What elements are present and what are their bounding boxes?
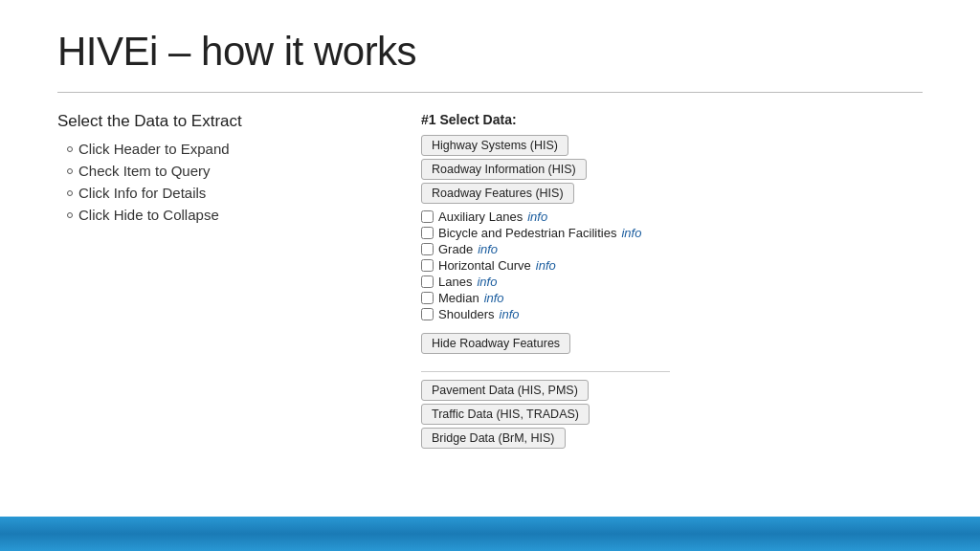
list-item-collapse: Click Hide to Collapse bbox=[67, 207, 383, 223]
median-checkbox[interactable] bbox=[421, 292, 434, 304]
bullet-icon-2 bbox=[67, 168, 73, 174]
roadway-information-button[interactable]: Roadway Information (HIS) bbox=[421, 159, 587, 180]
median-label: Median bbox=[438, 291, 479, 305]
grade-label: Grade bbox=[438, 242, 473, 256]
bicycle-pedestrian-label: Bicycle and Pedestrian Facilities bbox=[438, 226, 616, 240]
two-column-layout: Select the Data to Extract Click Header … bbox=[57, 112, 923, 449]
traffic-data-button[interactable]: Traffic Data (HIS, TRADAS) bbox=[421, 404, 590, 425]
shoulders-info-link[interactable]: info bbox=[500, 307, 520, 321]
horizontal-curve-label: Horizontal Curve bbox=[438, 258, 531, 273]
grade-info-link[interactable]: info bbox=[478, 242, 498, 256]
shoulders-label: Shoulders bbox=[438, 307, 495, 321]
checkbox-bicycle-pedestrian: Bicycle and Pedestrian Facilities info bbox=[421, 226, 923, 240]
roadway-features-button[interactable]: Roadway Features (HIS) bbox=[421, 183, 574, 204]
lanes-checkbox[interactable] bbox=[421, 276, 434, 288]
checkbox-horizontal-curve: Horizontal Curve info bbox=[421, 258, 923, 273]
checkbox-shoulders: Shoulders info bbox=[421, 307, 923, 321]
checkbox-lanes: Lanes info bbox=[421, 275, 923, 289]
median-info-link[interactable]: info bbox=[484, 291, 504, 305]
checkbox-grade: Grade info bbox=[421, 242, 923, 256]
right-column: #1 Select Data: Highway Systems (HIS) Ro… bbox=[421, 112, 923, 449]
top-button-group: Highway Systems (HIS) Roadway Informatio… bbox=[421, 135, 923, 204]
section-divider bbox=[421, 371, 670, 372]
list-item-info: Click Info for Details bbox=[67, 185, 383, 201]
checkbox-auxiliary-lanes: Auxiliary Lanes info bbox=[421, 209, 923, 224]
horizontal-curve-info-link[interactable]: info bbox=[536, 258, 556, 273]
shoulders-checkbox[interactable] bbox=[421, 308, 434, 320]
horizontal-curve-checkbox[interactable] bbox=[421, 259, 434, 272]
section-header: #1 Select Data: bbox=[421, 112, 923, 127]
bridge-data-button[interactable]: Bridge Data (BrM, HIS) bbox=[421, 428, 566, 449]
bicycle-pedestrian-checkbox[interactable] bbox=[421, 227, 434, 239]
bullet-icon-4 bbox=[67, 212, 73, 218]
checkbox-median: Median info bbox=[421, 291, 923, 305]
checkbox-list: Auxiliary Lanes info Bicycle and Pedestr… bbox=[421, 209, 923, 321]
lanes-info-link[interactable]: info bbox=[477, 275, 497, 289]
footer-bar bbox=[0, 517, 980, 551]
pavement-data-button[interactable]: Pavement Data (HIS, PMS) bbox=[421, 380, 589, 401]
auxiliary-lanes-checkbox[interactable] bbox=[421, 210, 434, 223]
left-column: Select the Data to Extract Click Header … bbox=[57, 112, 383, 229]
auxiliary-lanes-label: Auxiliary Lanes bbox=[438, 209, 523, 224]
page-title: HIVEi – how it works bbox=[57, 29, 923, 75]
highway-systems-button[interactable]: Highway Systems (HIS) bbox=[421, 135, 568, 156]
bottom-button-group: Pavement Data (HIS, PMS) Traffic Data (H… bbox=[421, 380, 923, 449]
list-item-query: Check Item to Query bbox=[67, 163, 383, 179]
grade-checkbox[interactable] bbox=[421, 243, 434, 255]
hide-roadway-features-button[interactable]: Hide Roadway Features bbox=[421, 333, 570, 354]
bullet-list: Click Header to Expand Check Item to Que… bbox=[57, 141, 383, 223]
title-divider bbox=[57, 92, 923, 93]
bicycle-pedestrian-info-link[interactable]: info bbox=[621, 226, 641, 240]
left-heading: Select the Data to Extract bbox=[57, 112, 383, 131]
list-item-expand: Click Header to Expand bbox=[67, 141, 383, 157]
lanes-label: Lanes bbox=[438, 275, 472, 289]
auxiliary-lanes-info-link[interactable]: info bbox=[527, 209, 547, 224]
bullet-icon-3 bbox=[67, 190, 73, 196]
bullet-icon-1 bbox=[67, 146, 73, 152]
main-content: HIVEi – how it works Select the Data to … bbox=[0, 0, 980, 517]
